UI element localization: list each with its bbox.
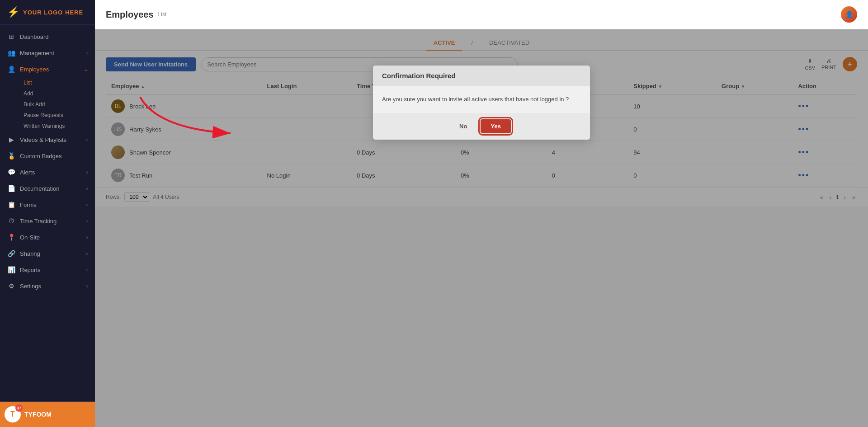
employees-icon: 👤 bbox=[7, 66, 15, 73]
sharing-icon: 🔗 bbox=[7, 250, 15, 257]
sidebar-item-label: Documentation bbox=[20, 185, 59, 192]
page-title: Employees bbox=[106, 9, 154, 20]
submenu-bulk-add[interactable]: Bulk Add bbox=[20, 99, 95, 110]
confirmation-modal: Confirmation Required Are you sure you w… bbox=[373, 66, 590, 140]
sidebar-item-label: Employees bbox=[20, 66, 49, 73]
settings-icon: ⚙ bbox=[7, 282, 15, 290]
chevron-right-icon: › bbox=[86, 251, 88, 256]
arrow-svg bbox=[113, 93, 258, 147]
modal-title: Confirmation Required bbox=[382, 72, 456, 80]
tyfoom-label: TYFOOM bbox=[24, 411, 52, 418]
sidebar-item-label: Forms bbox=[20, 202, 37, 208]
submenu-pause-requests[interactable]: Pause Requests bbox=[20, 110, 95, 121]
sidebar-item-label: Dashboard bbox=[20, 33, 49, 40]
modal-overlay: Confirmation Required Are you sure you w… bbox=[95, 29, 868, 427]
chevron-right-icon: › bbox=[86, 235, 88, 240]
management-icon: 👥 bbox=[7, 49, 15, 56]
logo-text: YOUR LOGO HERE bbox=[23, 9, 83, 16]
dashboard-icon: ⊞ bbox=[7, 33, 15, 40]
submenu-list[interactable]: List bbox=[20, 77, 95, 88]
sidebar-item-label: On-Site bbox=[20, 234, 40, 241]
submenu-written-warnings[interactable]: Written Warnings bbox=[20, 121, 95, 131]
modal-message: Are you sure you want to invite all acti… bbox=[382, 96, 569, 103]
content-area: ACTIVE / DEACTIVATED Send New User Invit… bbox=[95, 29, 868, 427]
sidebar-logo[interactable]: ⚡ YOUR LOGO HERE bbox=[0, 0, 95, 25]
employees-submenu: List Add Bulk Add Pause Requests Written… bbox=[0, 77, 95, 131]
chevron-right-icon: › bbox=[86, 219, 88, 224]
sidebar-item-employees[interactable]: 👤 Employees ⌄ bbox=[0, 61, 95, 77]
chevron-right-icon: › bbox=[86, 137, 88, 142]
sidebar-item-on-site[interactable]: 📍 On-Site › bbox=[0, 229, 95, 245]
videos-icon: ▶ bbox=[7, 136, 15, 143]
sidebar-item-reports[interactable]: 📊 Reports › bbox=[0, 262, 95, 278]
alerts-icon: 💬 bbox=[7, 169, 15, 176]
sidebar-item-label: Settings bbox=[20, 283, 41, 290]
sidebar-item-label: Videos & Playlists bbox=[20, 136, 66, 143]
sidebar-item-settings[interactable]: ⚙ Settings › bbox=[0, 278, 95, 294]
sidebar-item-label: Alerts bbox=[20, 169, 35, 176]
chevron-down-icon: ⌄ bbox=[84, 67, 88, 72]
sidebar-item-label: Management bbox=[20, 50, 54, 56]
chevron-right-icon: › bbox=[86, 267, 88, 272]
sidebar-item-label: Custom Badges bbox=[20, 153, 62, 160]
sidebar-item-alerts[interactable]: 💬 Alerts › bbox=[0, 164, 95, 180]
sidebar-item-time-tracking[interactable]: ⏱ Time Tracking › bbox=[0, 213, 95, 229]
header-right: 👤 bbox=[841, 6, 857, 23]
sidebar-item-custom-badges[interactable]: 🏅 Custom Badges bbox=[0, 148, 95, 164]
sidebar-item-documentation[interactable]: 📄 Documentation › bbox=[0, 180, 95, 197]
on-site-icon: 📍 bbox=[7, 234, 15, 241]
sidebar-item-label: Sharing bbox=[20, 250, 40, 257]
tyfoom-badge: 37 bbox=[15, 404, 23, 412]
modal-body: Are you sure you want to invite all acti… bbox=[373, 86, 590, 113]
sidebar-item-label: Reports bbox=[20, 267, 41, 273]
sidebar-item-sharing[interactable]: 🔗 Sharing › bbox=[0, 245, 95, 262]
user-avatar[interactable]: 👤 bbox=[841, 6, 857, 23]
chevron-right-icon: › bbox=[86, 51, 88, 56]
sidebar-nav: ⊞ Dashboard 👥 Management › 👤 Employees ⌄… bbox=[0, 25, 95, 401]
sidebar-item-label: Time Tracking bbox=[20, 218, 57, 225]
documentation-icon: 📄 bbox=[7, 185, 15, 192]
modal-no-button[interactable]: No bbox=[452, 119, 474, 133]
modal-footer: No Yes bbox=[373, 113, 590, 140]
page-subtitle: List bbox=[158, 11, 167, 18]
reports-icon: 📊 bbox=[7, 266, 15, 273]
modal-yes-button[interactable]: Yes bbox=[481, 119, 510, 133]
page-header: Employees List 👤 bbox=[95, 0, 868, 29]
chevron-right-icon: › bbox=[86, 186, 88, 191]
badges-icon: 🏅 bbox=[7, 152, 15, 160]
sidebar-item-forms[interactable]: 📋 Forms › bbox=[0, 197, 95, 213]
submenu-add[interactable]: Add bbox=[20, 88, 95, 99]
forms-icon: 📋 bbox=[7, 201, 15, 208]
logo-lightning-icon: ⚡ bbox=[7, 6, 19, 18]
main-content: Employees List 👤 ACTIVE / DEACTIVATED Se… bbox=[95, 0, 868, 427]
tyfoom-icon: T 37 bbox=[5, 406, 21, 422]
arrow-annotation bbox=[113, 93, 258, 149]
sidebar-item-dashboard[interactable]: ⊞ Dashboard bbox=[0, 28, 95, 45]
modal-header: Confirmation Required bbox=[373, 66, 590, 86]
chevron-right-icon: › bbox=[86, 202, 88, 207]
chevron-right-icon: › bbox=[86, 170, 88, 175]
time-tracking-icon: ⏱ bbox=[7, 217, 15, 225]
tyfoom-bar[interactable]: T 37 TYFOOM bbox=[0, 401, 95, 427]
sidebar: ⚡ YOUR LOGO HERE ⊞ Dashboard 👥 Managemen… bbox=[0, 0, 95, 427]
sidebar-item-videos[interactable]: ▶ Videos & Playlists › bbox=[0, 131, 95, 148]
sidebar-item-management[interactable]: 👥 Management › bbox=[0, 45, 95, 61]
chevron-right-icon: › bbox=[86, 284, 88, 289]
